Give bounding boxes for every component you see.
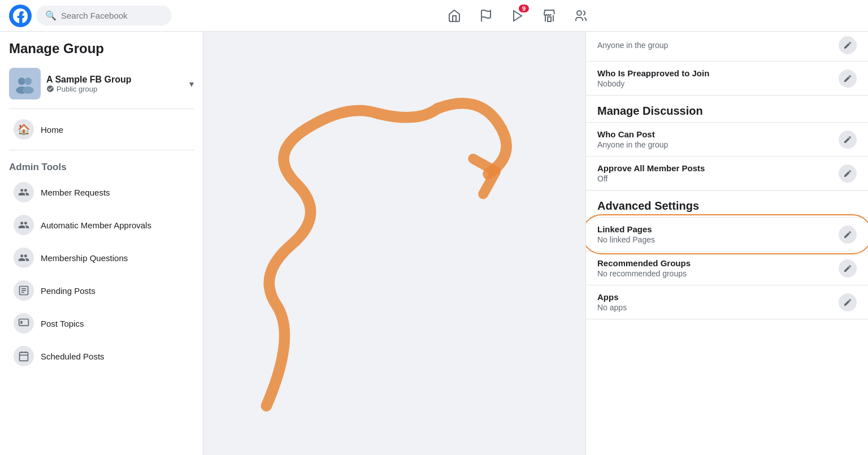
recommended-groups-label: Recommended Groups — [597, 258, 691, 268]
apps-text: Apps No apps — [597, 292, 627, 312]
top-partial-row: Anyone in the group — [586, 32, 868, 62]
preapproved-value: Nobody — [597, 79, 709, 88]
sidebar-item-membership-questions[interactable]: Membership Questions — [5, 242, 198, 274]
video-nav-button[interactable]: 9 — [504, 2, 531, 29]
home-icon: 🏠 — [14, 119, 34, 140]
sidebar-item-auto-approvals[interactable]: Automatic Member Approvals — [5, 209, 198, 241]
linked-pages-label: Linked Pages — [597, 224, 655, 234]
who-can-post-edit-button[interactable] — [839, 131, 857, 149]
who-can-post-text: Who Can Post Anyone in the group — [597, 129, 668, 149]
group-name-wrap: A Sample FB Group Public group — [46, 75, 184, 93]
facebook-logo — [9, 5, 32, 27]
approve-member-posts-label: Approve All Member Posts — [597, 163, 705, 173]
store-nav-button[interactable] — [536, 2, 563, 29]
recommended-groups-text: Recommended Groups No recommended groups — [597, 258, 691, 278]
svg-rect-14 — [20, 321, 22, 324]
svg-point-3 — [577, 11, 581, 15]
groups-nav-button[interactable] — [567, 2, 594, 29]
who-can-post-row: Who Can Post Anyone in the group — [586, 122, 868, 156]
linked-pages-edit-button[interactable] — [839, 226, 857, 244]
sidebar-item-member-requests[interactable]: Member Requests — [5, 176, 198, 208]
preapproved-label: Who Is Preapproved to Join — [597, 68, 709, 78]
preapproved-edit-button[interactable] — [839, 70, 857, 88]
flag-nav-button[interactable] — [472, 2, 500, 29]
top-partial-edit-button[interactable] — [839, 36, 857, 54]
sidebar-item-home-label: Home — [41, 125, 63, 135]
who-can-post-value: Anyone in the group — [597, 140, 668, 149]
sidebar-item-home[interactable]: 🏠 Home — [5, 114, 198, 145]
sidebar-title: Manage Group — [0, 41, 203, 63]
sidebar-divider — [9, 109, 194, 109]
apps-edit-button[interactable] — [839, 293, 857, 311]
dropdown-arrow-icon[interactable]: ▾ — [189, 79, 194, 89]
nav-center: 9 — [176, 2, 859, 29]
preapproved-text: Who Is Preapproved to Join Nobody — [597, 68, 709, 88]
svg-point-8 — [23, 86, 34, 94]
membership-questions-icon — [14, 248, 34, 268]
right-panel: Anyone in the group Who Is Preapproved t… — [585, 32, 868, 455]
search-icon: 🔍 — [45, 10, 57, 21]
admin-tools-label: Admin Tools — [0, 155, 203, 175]
svg-rect-15 — [20, 352, 28, 361]
svg-point-6 — [24, 77, 32, 85]
search-input[interactable] — [61, 11, 163, 20]
approve-member-posts-text: Approve All Member Posts Off — [597, 163, 705, 183]
group-type: Public group — [46, 85, 184, 93]
sidebar-divider-2 — [9, 150, 194, 150]
manage-discussion-title: Manage Discussion — [586, 96, 868, 122]
sidebar-item-pending-posts[interactable]: Pending Posts — [5, 275, 198, 306]
video-badge: 9 — [519, 5, 529, 12]
pending-posts-icon — [14, 280, 34, 301]
sidebar-item-scheduled-posts[interactable]: Scheduled Posts — [5, 340, 198, 372]
sidebar-item-member-requests-label: Member Requests — [41, 188, 110, 197]
sidebar-item-post-topics-label: Post Topics — [41, 319, 84, 328]
who-can-post-label: Who Can Post — [597, 129, 668, 139]
preapproved-section: Who Is Preapproved to Join Nobody — [586, 62, 868, 96]
approve-member-posts-value: Off — [597, 174, 705, 183]
top-partial-value: Anyone in the group — [597, 41, 668, 50]
member-requests-icon — [14, 182, 34, 202]
svg-point-5 — [18, 77, 25, 85]
apps-value: No apps — [597, 303, 627, 312]
approve-member-posts-row: Approve All Member Posts Off — [586, 156, 868, 190]
main-layout: Manage Group A Sample FB Group Public gr… — [0, 0, 868, 455]
group-info[interactable]: A Sample FB Group Public group ▾ — [0, 63, 203, 104]
apps-label: Apps — [597, 292, 627, 302]
auto-approvals-icon — [14, 215, 34, 235]
apps-row: Apps No apps — [586, 285, 868, 319]
arrow-annotation — [226, 60, 554, 444]
advanced-settings-title: Advanced Settings — [586, 190, 868, 217]
recommended-groups-edit-button[interactable] — [839, 259, 857, 278]
sidebar-item-pending-posts-label: Pending Posts — [41, 286, 96, 296]
linked-pages-row: Linked Pages No linked Pages — [586, 217, 868, 251]
top-nav: 🔍 9 — [0, 0, 868, 32]
linked-pages-text: Linked Pages No linked Pages — [597, 224, 655, 244]
post-topics-icon — [14, 313, 34, 333]
search-bar[interactable]: 🔍 — [36, 6, 172, 25]
sidebar-item-membership-questions-label: Membership Questions — [41, 253, 128, 263]
advanced-settings-section: Advanced Settings Linked Pages No linked… — [586, 190, 868, 319]
group-name: A Sample FB Group — [46, 75, 184, 85]
recommended-groups-row: Recommended Groups No recommended groups — [586, 251, 868, 285]
scheduled-posts-icon — [14, 346, 34, 366]
home-nav-button[interactable] — [441, 2, 468, 29]
preapproved-row: Who Is Preapproved to Join Nobody — [586, 62, 868, 95]
sidebar-item-auto-approvals-label: Automatic Member Approvals — [41, 220, 151, 230]
linked-pages-value: No linked Pages — [597, 235, 655, 244]
recommended-groups-value: No recommended groups — [597, 269, 691, 278]
approve-member-posts-edit-button[interactable] — [839, 164, 857, 183]
manage-discussion-section: Manage Discussion Who Can Post Anyone in… — [586, 96, 868, 190]
middle-content — [203, 32, 585, 455]
svg-rect-2 — [548, 17, 551, 21]
sidebar-item-scheduled-posts-label: Scheduled Posts — [41, 352, 105, 361]
sidebar-item-post-topics[interactable]: Post Topics — [5, 307, 198, 339]
sidebar: Manage Group A Sample FB Group Public gr… — [0, 32, 203, 455]
group-avatar — [9, 68, 41, 99]
